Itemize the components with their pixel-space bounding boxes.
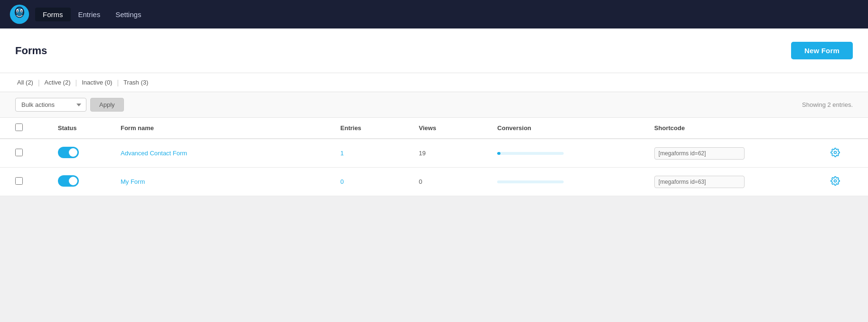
page-wrap: Forms New Form All (2) | Active (2) | In…: [0, 28, 868, 322]
row-status-cell: [50, 139, 113, 168]
filter-sep-1: |: [38, 79, 40, 86]
toggle-wrap: [58, 175, 79, 187]
table-row: My Form00: [0, 168, 868, 196]
svg-point-5: [17, 10, 19, 12]
filters-bar: All (2) | Active (2) | Inactive (0) | Tr…: [0, 73, 868, 92]
shortcode-input[interactable]: [654, 176, 745, 188]
filter-trash[interactable]: Trash (3): [122, 78, 150, 87]
forms-table: Status Form name Entries Views Conversio…: [0, 118, 868, 196]
header-conversion: Conversion: [490, 118, 647, 139]
gear-icon-button[interactable]: [829, 174, 842, 189]
nav-settings[interactable]: Settings: [108, 8, 149, 21]
filter-inactive[interactable]: Inactive (0): [80, 78, 114, 87]
header-checkbox-col: [0, 118, 50, 139]
entry-count[interactable]: 0: [340, 178, 344, 185]
page-title: Forms: [15, 45, 47, 57]
conversion-bar: [497, 180, 564, 183]
header-status: Status: [50, 118, 113, 139]
row-actions-cell: [821, 139, 868, 168]
row-form-name-cell: My Form: [113, 168, 333, 196]
row-checkbox[interactable]: [15, 177, 23, 185]
header-entries: Entries: [333, 118, 411, 139]
filter-active[interactable]: Active (2): [43, 78, 73, 87]
actions-left: Bulk actions Delete Activate Deactivate …: [15, 98, 124, 112]
row-entries-cell: 0: [333, 168, 411, 196]
actions-bar: Bulk actions Delete Activate Deactivate …: [0, 92, 868, 118]
row-views-cell: 0: [411, 168, 490, 196]
row-form-name-cell: Advanced Contact Form: [113, 139, 333, 168]
row-conversion-cell: [490, 168, 647, 196]
gear-icon-button[interactable]: [829, 146, 842, 161]
nav-entries[interactable]: Entries: [71, 8, 108, 21]
row-checkbox-cell: [0, 168, 50, 196]
header-shortcode: Shortcode: [647, 118, 821, 139]
gear-icon: [830, 148, 840, 157]
table-header-row: Status Form name Entries Views Conversio…: [0, 118, 868, 139]
conversion-bar-fill: [497, 152, 500, 155]
table-wrap: Status Form name Entries Views Conversio…: [0, 118, 868, 196]
form-name-link[interactable]: My Form: [121, 178, 145, 185]
showing-entries-text: Showing 2 entries.: [802, 101, 853, 108]
toggle-wrap: [58, 147, 79, 158]
shortcode-input[interactable]: [654, 147, 745, 160]
header-actions: [821, 118, 868, 139]
status-toggle[interactable]: [58, 175, 79, 187]
form-name-link[interactable]: Advanced Contact Form: [121, 150, 187, 157]
table-row: Advanced Contact Form119: [0, 139, 868, 168]
header-card: Forms New Form: [0, 28, 868, 73]
row-shortcode-cell: [647, 139, 821, 168]
toggle-slider: [58, 147, 79, 158]
select-all-checkbox[interactable]: [15, 123, 23, 131]
svg-point-7: [834, 152, 836, 154]
top-navigation: Forms Entries Settings: [0, 0, 868, 28]
row-entries-cell: 1: [333, 139, 411, 168]
svg-point-8: [834, 180, 836, 182]
filter-all[interactable]: All (2): [15, 78, 35, 87]
row-actions-cell: [821, 168, 868, 196]
header-views: Views: [411, 118, 490, 139]
apply-button[interactable]: Apply: [90, 98, 124, 112]
row-status-cell: [50, 168, 113, 196]
header-form-name: Form name: [113, 118, 333, 139]
row-views-cell: 19: [411, 139, 490, 168]
logo: [8, 2, 31, 26]
row-shortcode-cell: [647, 168, 821, 196]
new-form-button[interactable]: New Form: [791, 42, 853, 59]
toggle-slider: [58, 175, 79, 187]
gear-icon: [830, 176, 840, 186]
entry-count[interactable]: 1: [340, 150, 344, 157]
bulk-actions-select[interactable]: Bulk actions Delete Activate Deactivate: [15, 98, 86, 112]
row-checkbox[interactable]: [15, 149, 23, 156]
nav-forms[interactable]: Forms: [35, 8, 71, 21]
conversion-bar: [497, 152, 564, 155]
row-checkbox-cell: [0, 139, 50, 168]
row-conversion-cell: [490, 139, 647, 168]
svg-point-6: [21, 10, 22, 12]
status-toggle[interactable]: [58, 147, 79, 158]
filter-sep-3: |: [117, 79, 119, 86]
filter-sep-2: |: [75, 79, 77, 86]
